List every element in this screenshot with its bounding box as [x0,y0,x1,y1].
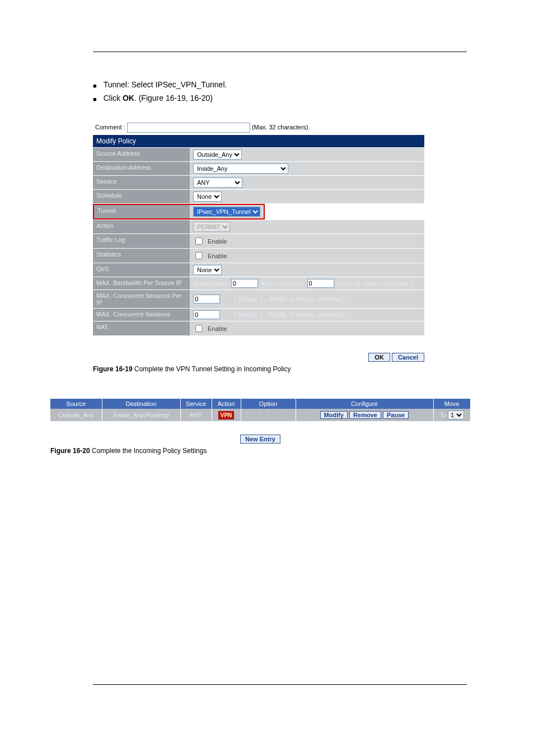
policy-list-panel: Source Destination Service Action Option… [50,399,470,444]
destination-address-label: Destination Address [93,162,190,175]
service-label: Service [93,176,190,189]
bandwidth-hint: Kbps ( 0: means unlimited ) [338,280,413,287]
upstream-input[interactable] [307,279,334,288]
move-select[interactable]: 1 [448,410,464,419]
figure-20-caption: Figure 16-20 Complete the Incoming Polic… [50,447,467,455]
bullet-square-icon: ■ [93,94,97,105]
table-row: Outside_Any Inside_Any(Routing) ANY VPN … [50,409,470,421]
cell-source: Outside_Any [50,409,102,421]
col-source: Source [50,399,102,409]
col-option: Option [241,399,296,409]
bullet-square-icon: ■ [93,80,97,91]
col-configure: Configure [296,399,433,409]
schedule-label: Schedule [93,190,190,203]
max-sessions-input[interactable] [193,310,220,319]
figure-19-caption: Figure 16-19 Complete the VPN Tunnel Set… [93,365,467,373]
bullet-list: ■ Tunnel: Select IPSec_VPN_Tunnel. ■ Cli… [93,80,467,105]
fig-20-text: Complete the Incoming Policy Settings [92,447,207,455]
max-sessions-per-ip-label: MAX. Concurrent Sessions Per IP [93,290,190,308]
nat-enable-label: Enable [208,325,227,332]
bullet-text-2: Click OK. (Figure 16-19, 16-20) [104,94,213,102]
cell-destination: Inside_Any(Routing) [102,409,180,421]
tunnel-select[interactable]: IPsec_VPN_Tunnel [193,207,260,217]
pause-button[interactable]: Pause [383,411,409,419]
comment-label: Comment : [95,124,125,130]
figure-reference: (Figure 16-19, 16-20) [139,94,213,102]
policy-table: Source Destination Service Action Option… [50,399,470,421]
form-title: Modify Policy [93,135,424,148]
downstream-label: Downstream [193,280,228,287]
nat-label: NAT [93,321,190,335]
new-entry-button[interactable]: New Entry [240,435,280,444]
cell-option [241,409,296,421]
bullet-text-1: Tunnel: Select IPSec_VPN_Tunnel. [104,80,227,89]
col-service: Service [180,399,212,409]
statistics-label: Statistics [93,249,190,263]
modify-button[interactable]: Modify [320,411,348,419]
comment-hint: (Max. 32 characters) [252,124,308,130]
tunnel-label: Tunnel [93,204,190,220]
remove-button[interactable]: Remove [349,411,381,419]
traffic-log-checkbox[interactable] [195,237,203,245]
col-move: Move [433,399,470,409]
fig-20-prefix: Figure 16-20 [50,447,92,455]
upstream-label: Kbps Upstream [261,280,304,287]
bullet-2-btn: OK [123,94,134,102]
vpn-badge-icon: VPN [218,411,235,419]
destination-address-select[interactable]: Inside_Any [193,164,288,174]
sessions-per-ip-hint: ( Range: 1 - 99999, 0: means unlimited ) [235,296,345,302]
bottom-rule [93,684,467,685]
comment-row: Comment : (Max. 32 characters) [93,122,467,135]
action-label: Action [93,220,190,234]
downstream-input[interactable] [231,279,258,288]
action-select: PERMIT [193,222,230,232]
cancel-button[interactable]: Cancel [392,353,424,362]
qos-label: QoS [93,263,190,277]
nat-checkbox[interactable] [195,325,203,332]
traffic-log-label: Traffic Log [93,234,190,248]
statistics-checkbox[interactable] [195,252,203,259]
top-rule [93,52,467,52]
bullet-2-post: . [134,94,137,102]
traffic-enable-label: Enable [208,238,227,245]
cell-move: To 1 [433,409,470,421]
cell-configure: Modify Remove Pause [296,409,433,421]
schedule-select[interactable]: None [193,192,222,202]
ok-button[interactable]: OK [368,353,390,362]
bullet-2-pre: Click [104,94,123,102]
fig-19-text: Complete the VPN Tunnel Setting in Incom… [134,365,291,373]
source-address-label: Source Address [93,148,190,161]
col-destination: Destination [102,399,180,409]
max-sessions-label: MAX. Concurrent Sessions [93,309,190,321]
fig-19-prefix: Figure 16-19 [93,365,134,373]
comment-input[interactable] [127,123,250,133]
service-select[interactable]: ANY [193,178,242,188]
statistics-enable-label: Enable [208,253,227,259]
move-to-label: To [439,412,446,418]
qos-select[interactable]: None [193,265,222,275]
col-action: Action [212,399,241,409]
cell-action: VPN [212,409,241,421]
modify-policy-form: Comment : (Max. 32 characters) Modify Po… [93,122,467,362]
sessions-hint: ( Range: 1 - 99999, 0: means unlimited ) [235,311,345,318]
source-address-select[interactable]: Outside_Any [193,150,242,160]
max-sessions-per-ip-input[interactable] [193,295,220,304]
cell-service: ANY [180,409,212,421]
max-bandwidth-label: MAX. Bandwidth Per Source IP [93,277,190,290]
